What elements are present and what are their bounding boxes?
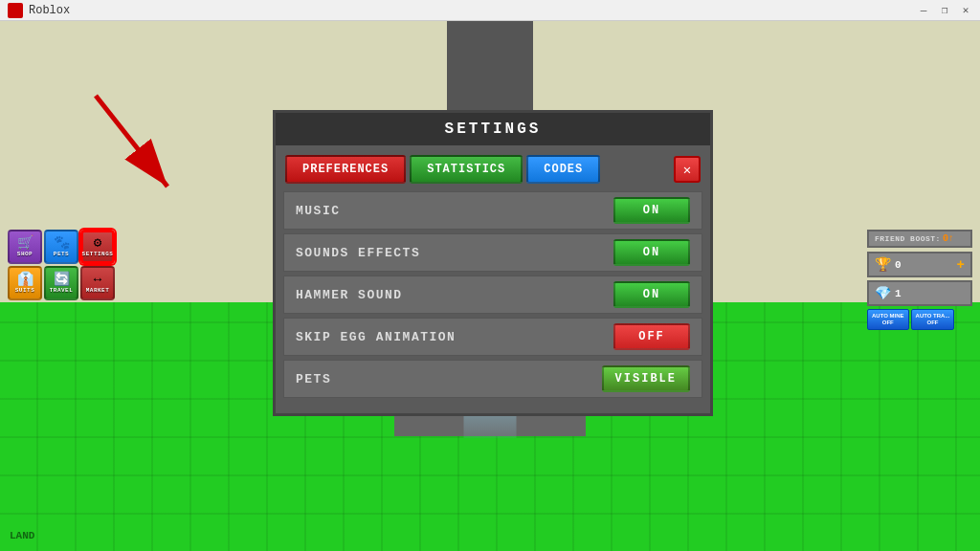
gem-value: 1 <box>895 288 902 299</box>
close-settings-button[interactable]: ✕ <box>674 156 701 183</box>
music-toggle[interactable]: ON <box>613 197 690 224</box>
friend-boost-label: FRIEND BOOST: <box>875 234 941 243</box>
auto-buttons-row: AUTO MINEOFF AUTO TRA...OFF <box>867 309 972 330</box>
arrow-svg <box>67 77 220 230</box>
sounds-effects-toggle[interactable]: ON <box>613 239 690 266</box>
left-toolbar: 🛒 SHOP 🐾 PETS ⚙ SETTINGS 👔 SUITS 🔄 TRAVE… <box>8 230 115 300</box>
roblox-logo <box>8 3 23 18</box>
settings-modal: SETTINGS PREFERENCES STATISTICS CODES ✕ … <box>273 110 713 416</box>
shop-icon: 🛒 <box>17 236 33 250</box>
settings-title-bar: SETTINGS <box>276 113 710 145</box>
settings-tabs: PREFERENCES STATISTICS CODES ✕ <box>276 155 710 191</box>
travel-button[interactable]: 🔄 TRAVEL <box>44 266 78 300</box>
trophy-plus: + <box>957 257 965 273</box>
settings-button[interactable]: ⚙ SETTINGS <box>80 230 115 264</box>
friend-boost-value: 0↑ <box>943 233 954 244</box>
pets-visibility-toggle[interactable]: VISIBLE <box>602 365 690 392</box>
sounds-effects-row: SOUNDS EFFECTS ON <box>283 233 702 272</box>
titlebar: Roblox — ❐ ✕ <box>0 0 980 21</box>
shop-button[interactable]: 🛒 SHOP <box>8 230 42 264</box>
svg-line-1 <box>96 96 167 187</box>
right-panel: FRIEND BOOST: 0↑ 🏆 0 + 💎 1 AUTO MINEOFF … <box>867 230 972 330</box>
pets-icon: 🐾 <box>54 236 70 250</box>
settings-icon: ⚙ <box>94 236 101 250</box>
pets-row: PETS VISIBLE <box>283 360 702 398</box>
travel-icon: 🔄 <box>54 273 70 286</box>
sounds-effects-label: SOUNDS EFFECTS <box>296 246 613 260</box>
pets-button[interactable]: 🐾 PETS <box>44 230 78 264</box>
friend-boost-bar: FRIEND BOOST: 0↑ <box>867 230 972 248</box>
trophy-icon: 🏆 <box>875 256 891 273</box>
titlebar-controls: — ❐ ✕ <box>917 4 972 17</box>
suits-icon: 👔 <box>17 273 33 286</box>
skip-egg-animation-toggle[interactable]: OFF <box>613 323 690 350</box>
music-row: MUSIC ON <box>283 191 702 230</box>
hammer-sound-toggle[interactable]: ON <box>613 281 690 308</box>
titlebar-title: Roblox <box>29 4 70 17</box>
suits-button[interactable]: 👔 SUITS <box>8 266 42 300</box>
settings-title: SETTINGS <box>445 121 542 138</box>
skip-egg-animation-label: SKIP EGG ANIMATION <box>296 330 613 344</box>
gem-row: 💎 1 <box>867 280 972 306</box>
hammer-sound-row: HAMMER SOUND ON <box>283 276 702 314</box>
skip-egg-animation-row: SKIP EGG ANIMATION OFF <box>283 318 702 356</box>
pets-visibility-label: PETS <box>296 372 602 386</box>
market-icon: ↔ <box>94 273 101 286</box>
minimize-button[interactable]: — <box>917 4 930 17</box>
auto-mine-button[interactable]: AUTO MINEOFF <box>867 309 909 330</box>
red-arrow <box>67 77 220 234</box>
close-window-button[interactable]: ✕ <box>959 4 972 17</box>
music-label: MUSIC <box>296 204 613 218</box>
tab-statistics[interactable]: STATISTICS <box>410 155 523 184</box>
trophy-row: 🏆 0 + <box>867 252 972 277</box>
tab-codes[interactable]: CODES <box>526 155 600 184</box>
hammer-sound-label: HAMMER SOUND <box>296 288 613 302</box>
trophy-value: 0 <box>895 259 902 271</box>
land-label: LAND <box>10 530 34 541</box>
market-button[interactable]: ↔ MARKET <box>80 266 115 300</box>
tab-preferences[interactable]: PREFERENCES <box>285 155 406 184</box>
restore-button[interactable]: ❐ <box>938 4 951 17</box>
auto-trade-button[interactable]: AUTO TRA...OFF <box>911 309 955 330</box>
gem-icon: 💎 <box>875 285 891 301</box>
